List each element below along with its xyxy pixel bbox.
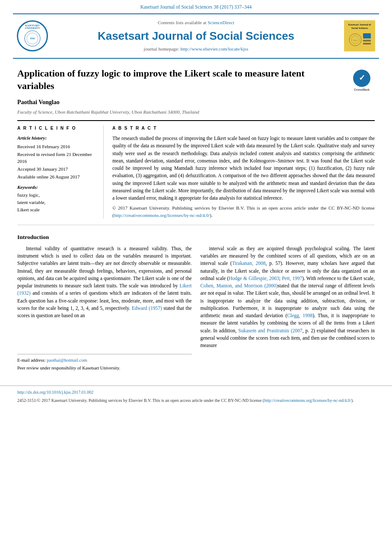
abstract-copyright: © 2017 Kasetsart University. Publishing … (112, 204, 375, 219)
introduction-title: Introduction (17, 233, 375, 242)
logo-emblem: 1943 (24, 30, 41, 47)
received-2: Received in revised form 21 December 201… (17, 151, 99, 165)
title-divider (17, 120, 375, 121)
copyright-link[interactable]: http://creativecommons.org/licenses/by-n… (114, 213, 210, 218)
svg-text:1943: 1943 (353, 39, 358, 41)
abstract-label: A B S T R A C T (112, 125, 375, 132)
email-link[interactable]: paothai@hotmail.com (47, 358, 87, 363)
svg-rect-7 (363, 33, 371, 38)
journal-center: Contents lists available at ScienceDirec… (52, 18, 340, 55)
top-citation-bar: Kasetsart Journal of Social Sciences 38 … (0, 0, 392, 13)
crossmark-icon: ✓ (353, 70, 370, 87)
email-label: E-mail address: (17, 358, 46, 363)
crossmark-label: CrossMark (354, 88, 370, 92)
article-content: Application of fuzzy logic to improve th… (0, 59, 392, 381)
copyright-end: ). (210, 213, 212, 218)
journal-logo-right-box: Kasetsart Journal of Social Sciences 194… (344, 20, 375, 51)
article-history-label: Article history: (17, 135, 99, 142)
keyword-2: latent variable, (17, 199, 99, 206)
svg-rect-9 (363, 43, 371, 45)
intro-para-left: Internal validity of quantitative resear… (17, 245, 192, 320)
introduction-section: Introduction Internal validity of quanti… (17, 233, 375, 373)
footer-copyright-text: 2452-3151/© 2017 Kasetsart University. P… (17, 398, 264, 403)
intro-para-right: interval scale as they are acquired thro… (201, 245, 375, 350)
tirakanan-link[interactable]: Tirakanan, 2008 (232, 261, 266, 266)
citation-text: Kasetsart Journal of Social Sciences 38 … (140, 4, 252, 10)
right-logo-graphic: 1943 (347, 31, 373, 48)
logo-left: KASETSART UNIVERSITY 1943 (13, 18, 52, 55)
abstract-text: The research studied the process of impr… (112, 135, 375, 202)
edward-1957-link[interactable]: Edward (1957) (132, 306, 162, 311)
svg-rect-8 (363, 40, 371, 41)
article-title-text: Application of fuzzy logic to improve th… (17, 68, 305, 91)
homepage-link[interactable]: http://www.elsevier.com/locate/kjss (181, 46, 249, 51)
article-info-label: A R T I C L E I N F O (17, 125, 99, 132)
article-info-column: A R T I C L E I N F O Article history: R… (17, 125, 104, 219)
footnote-peer: Peer review under responsibility of Kase… (17, 365, 192, 372)
right-text3: ). With reference to the Likert scale, (302, 276, 375, 281)
intro-left-text1: Internal validity of quantitative resear… (17, 246, 192, 288)
body-columns: Internal validity of quantitative resear… (17, 245, 375, 373)
logo-right: Kasetsart Journal of Social Sciences 194… (340, 18, 379, 55)
kasetsart-logo: KASETSART UNIVERSITY 1943 (17, 20, 48, 51)
footnote-email: E-mail address: paothai@hotmail.com (17, 357, 192, 364)
available-date: Available online 26 August 2017 (17, 174, 99, 181)
article-title-block: Application of fuzzy logic to improve th… (17, 67, 375, 92)
page-wrapper: Kasetsart Journal of Social Sciences 38 … (0, 0, 392, 407)
keyword-1: fuzzy logic, (17, 192, 99, 199)
body-left-col: Internal validity of quantitative resear… (17, 245, 192, 373)
author-name: Paothai Vonglao (17, 98, 375, 107)
journal-title: Kasetsart Journal of Social Sciences (98, 28, 294, 45)
hodge-gillespie-link[interactable]: Hodge & Gillespie, 2003 (229, 276, 279, 281)
right-logo-text: Kasetsart Journal of Social Sciences 194… (347, 23, 373, 49)
body-right-col: interval scale as they are acquired thro… (201, 245, 375, 373)
keyword-3: Likert scale (17, 207, 99, 213)
info-abstract-columns: A R T I C L E I N F O Article history: R… (17, 125, 375, 219)
keywords-label: Keywords: (17, 184, 99, 191)
pett-link[interactable]: Pett, 1997 (282, 276, 302, 281)
svg-text:1943: 1943 (30, 37, 35, 40)
page-footer: http://dx.doi.org/10.1016/j.kjss.2017.01… (0, 385, 392, 408)
accepted-date: Accepted 30 January 2017 (17, 166, 99, 173)
sukasem-link[interactable]: Sukasem and Prasitratsin (2007 (238, 328, 302, 333)
cohen-link[interactable]: Cohen, Manion, and Morrison (2000) (201, 283, 278, 288)
sciencedirect-link[interactable]: ScienceDirect (207, 20, 234, 25)
footer-copyright-link[interactable]: http://creativecommons.org/licenses/by-n… (264, 398, 351, 403)
footer-copyright-end: ). (351, 398, 354, 403)
footer-doi[interactable]: http://dx.doi.org/10.1016/j.kjss.2017.01… (17, 389, 375, 396)
logo-text: KASETSART UNIVERSITY 1943 (23, 23, 42, 49)
crossmark-badge: ✓ CrossMark (349, 67, 375, 93)
journal-header: KASETSART UNIVERSITY 1943 Contents lists… (13, 13, 379, 59)
received-1: Received 16 February 2016 (17, 143, 99, 150)
doi-link[interactable]: http://dx.doi.org/10.1016/j.kjss.2017.01… (17, 390, 93, 395)
contents-line: Contents lists available at ScienceDirec… (158, 19, 234, 26)
abstract-column: A B S T R A C T The research studied the… (112, 125, 375, 219)
footnote-area: E-mail address: paothai@hotmail.com Peer… (17, 354, 192, 372)
clegg-link[interactable]: Clegg, 1998 (287, 313, 312, 318)
abstract-divider (17, 225, 375, 225)
homepage-line: journal homepage: http://www.elsevier.co… (144, 46, 249, 53)
footer-copyright: 2452-3151/© 2017 Kasetsart University. P… (17, 397, 375, 404)
author-affiliation: Faculty of Science, Ubon Ratchathani Raj… (17, 109, 375, 116)
